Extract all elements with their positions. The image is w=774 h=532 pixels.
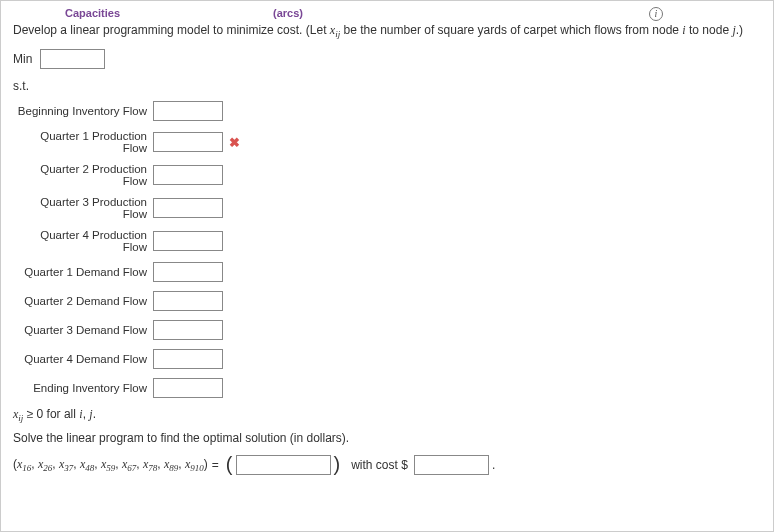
q1-production-input[interactable] — [153, 132, 223, 152]
problem-prompt: Develop a linear programming model to mi… — [13, 23, 761, 41]
constraint-label: Quarter 2 Production Flow — [13, 163, 153, 187]
solve-instruction: Solve the linear program to find the opt… — [13, 431, 761, 445]
header-arcs-label: (arcs) — [273, 7, 473, 19]
q2-demand-input[interactable] — [153, 291, 223, 311]
nonnegativity-text: xij ≥ 0 for all i, j. — [13, 407, 761, 423]
objective-input[interactable] — [40, 49, 105, 69]
subject-to-label: s.t. — [13, 79, 761, 93]
min-label: Min — [13, 52, 32, 66]
constraint-label: Quarter 2 Demand Flow — [13, 295, 153, 307]
q4-production-input[interactable] — [153, 231, 223, 251]
period-text: . — [492, 458, 495, 472]
constraint-label: Quarter 1 Production Flow — [13, 130, 153, 154]
ending-inventory-input[interactable] — [153, 378, 223, 398]
constraint-label: Quarter 4 Production Flow — [13, 229, 153, 253]
q4-demand-input[interactable] — [153, 349, 223, 369]
constraint-label: Ending Inventory Flow — [13, 382, 153, 394]
open-paren-icon: ( — [226, 454, 233, 474]
constraint-label: Quarter 4 Demand Flow — [13, 353, 153, 365]
incorrect-icon: ✖ — [229, 135, 240, 150]
constraint-label: Quarter 3 Demand Flow — [13, 324, 153, 336]
solution-row: (x16, x26, x37, x48, x59, x67, x78, x89,… — [13, 455, 761, 475]
hint-icon[interactable]: i — [649, 7, 663, 21]
beginning-inventory-input[interactable] — [153, 101, 223, 121]
with-cost-label: with cost $ — [351, 458, 408, 472]
q2-production-input[interactable] — [153, 165, 223, 185]
solution-cost-input[interactable] — [414, 455, 489, 475]
constraint-label: Quarter 3 Production Flow — [13, 196, 153, 220]
equals-sign: = — [212, 458, 219, 472]
constraint-label: Beginning Inventory Flow — [13, 105, 153, 117]
q3-demand-input[interactable] — [153, 320, 223, 340]
close-paren-icon: ) — [334, 454, 341, 474]
solution-vector-input[interactable] — [236, 455, 331, 475]
header-capacities-label: Capacities — [13, 7, 273, 19]
q3-production-input[interactable] — [153, 198, 223, 218]
solution-vector-label: (x16, x26, x37, x48, x59, x67, x78, x89,… — [13, 457, 208, 473]
constraint-label: Quarter 1 Demand Flow — [13, 266, 153, 278]
q1-demand-input[interactable] — [153, 262, 223, 282]
